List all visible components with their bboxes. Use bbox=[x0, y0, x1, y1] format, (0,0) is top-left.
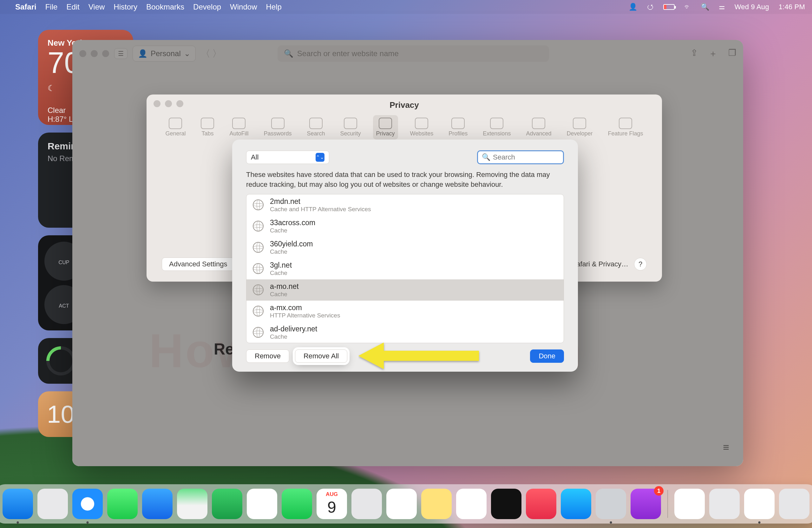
forward-button[interactable]: 〉 bbox=[212, 47, 222, 60]
settings-tab-profiles[interactable]: Profiles bbox=[445, 115, 471, 140]
menu-bar: Safari File Edit View History Bookmarks … bbox=[0, 0, 812, 14]
remove-button[interactable]: Remove bbox=[246, 350, 289, 363]
tab-icon bbox=[573, 118, 586, 129]
tab-label: AutoFill bbox=[229, 130, 248, 137]
tab-icon bbox=[379, 118, 392, 129]
filter-popup[interactable]: All ⌃⌄ bbox=[246, 151, 329, 164]
menubar-time[interactable]: 1:46 PM bbox=[779, 3, 805, 11]
settings-tab-advanced[interactable]: Advanced bbox=[523, 115, 554, 140]
dock-feedback[interactable]: 1 bbox=[630, 489, 661, 519]
dock-appstore[interactable] bbox=[561, 489, 591, 519]
dock-notes[interactable] bbox=[421, 489, 452, 519]
dock-disk-utility[interactable] bbox=[709, 489, 740, 519]
timemachine-icon[interactable]: ⭯ bbox=[647, 3, 654, 11]
address-bar[interactable]: 🔍 Search or enter website name bbox=[277, 45, 549, 62]
website-data-row[interactable]: a-mo.netCache bbox=[246, 279, 564, 300]
spotlight-icon[interactable]: 🔍 bbox=[701, 3, 709, 11]
dock-tv[interactable] bbox=[491, 489, 521, 519]
menu-file[interactable]: File bbox=[45, 2, 58, 11]
settings-tab-tabs[interactable]: Tabs bbox=[198, 115, 217, 140]
settings-tab-search[interactable]: Search bbox=[304, 115, 328, 140]
window-traffic-lights[interactable] bbox=[154, 100, 183, 107]
tab-icon bbox=[415, 118, 428, 129]
user-icon[interactable]: 👤 bbox=[629, 3, 637, 11]
settings-tab-general[interactable]: General bbox=[162, 115, 189, 140]
start-page-settings-icon[interactable]: ≡ bbox=[723, 441, 729, 454]
control-center-icon[interactable]: ⚌ bbox=[719, 3, 725, 11]
menubar-date[interactable]: Wed 9 Aug bbox=[735, 3, 769, 11]
settings-tab-privacy[interactable]: Privacy bbox=[373, 115, 398, 140]
back-button[interactable]: 〈 bbox=[201, 47, 210, 60]
dock-finder[interactable] bbox=[2, 489, 33, 519]
dock-music[interactable] bbox=[526, 489, 556, 519]
website-data-row[interactable]: a-mx.comHTTP Alternative Services bbox=[246, 300, 564, 322]
window-traffic-lights[interactable] bbox=[79, 50, 109, 57]
dock-facetime[interactable] bbox=[282, 489, 312, 519]
dock-separator bbox=[667, 490, 668, 518]
tab-label: Extensions bbox=[483, 130, 511, 137]
remove-all-button[interactable]: Remove All bbox=[295, 350, 347, 363]
menu-edit[interactable]: Edit bbox=[66, 2, 79, 11]
search-field[interactable]: 🔍 bbox=[477, 150, 564, 164]
settings-tab-feature-flags[interactable]: Feature Flags bbox=[605, 115, 647, 140]
battery-icon[interactable] bbox=[663, 4, 675, 10]
menu-help[interactable]: Help bbox=[266, 2, 281, 11]
dock-photos[interactable] bbox=[247, 489, 277, 519]
profile-button[interactable]: 👤 Personal ⌄ bbox=[133, 46, 196, 61]
menu-develop[interactable]: Develop bbox=[193, 2, 221, 11]
svg-marker-0 bbox=[359, 342, 479, 369]
search-input[interactable] bbox=[493, 153, 580, 161]
sheet-description: These websites have stored data that can… bbox=[246, 170, 564, 190]
settings-tab-passwords[interactable]: Passwords bbox=[260, 115, 295, 140]
dock-safari[interactable] bbox=[72, 489, 103, 519]
website-data-row[interactable]: 360yield.comCache bbox=[246, 237, 564, 258]
safari-toolbar: ☰ 👤 Personal ⌄ 〈 〉 🔍 Search or enter web… bbox=[72, 40, 743, 67]
advanced-settings-button[interactable]: Advanced Settings bbox=[162, 258, 234, 271]
website-data-row[interactable]: 3gl.netCache bbox=[246, 258, 564, 279]
dock-findmy[interactable] bbox=[212, 489, 242, 519]
globe-icon bbox=[253, 242, 264, 253]
menu-history[interactable]: History bbox=[114, 2, 137, 11]
share-icon[interactable]: ⇪ bbox=[691, 47, 698, 60]
dock-home[interactable] bbox=[675, 489, 705, 519]
dock-calendar[interactable]: AUG 9 bbox=[317, 489, 347, 519]
help-button[interactable]: ? bbox=[634, 258, 647, 270]
dock-trash[interactable] bbox=[779, 489, 810, 519]
website-data-row[interactable]: 33across.comCache bbox=[246, 216, 564, 237]
app-menu[interactable]: Safari bbox=[15, 2, 37, 11]
website-data-row[interactable]: 2mdn.netCache and HTTP Alternative Servi… bbox=[246, 194, 564, 216]
annotation-arrow bbox=[359, 337, 485, 381]
search-icon: 🔍 bbox=[284, 49, 293, 58]
row-detail: Cache and HTTP Alternative Services bbox=[270, 206, 371, 213]
globe-icon bbox=[253, 327, 264, 338]
dock-reminders[interactable] bbox=[386, 489, 417, 519]
tab-icon bbox=[490, 118, 503, 129]
sidebar-toggle-icon[interactable]: ☰ bbox=[114, 48, 128, 59]
chevron-down-icon: ⌄ bbox=[184, 49, 190, 58]
menu-window[interactable]: Window bbox=[230, 2, 257, 11]
profile-label: Personal bbox=[151, 49, 181, 58]
settings-tab-autofill[interactable]: AutoFill bbox=[226, 115, 251, 140]
dock-contacts[interactable] bbox=[351, 489, 382, 519]
settings-tab-extensions[interactable]: Extensions bbox=[480, 115, 514, 140]
settings-tab-websites[interactable]: Websites bbox=[407, 115, 437, 140]
dock-maps[interactable] bbox=[177, 489, 207, 519]
wifi-icon[interactable]: ᯤ bbox=[684, 3, 691, 11]
dock-messages[interactable] bbox=[107, 489, 137, 519]
dock-system-settings[interactable] bbox=[596, 489, 626, 519]
done-button[interactable]: Done bbox=[530, 350, 564, 363]
settings-tab-security[interactable]: Security bbox=[337, 115, 364, 140]
dock-mail[interactable] bbox=[142, 489, 173, 519]
settings-tab-developer[interactable]: Developer bbox=[563, 115, 596, 140]
new-tab-icon[interactable]: ＋ bbox=[709, 47, 717, 60]
menu-bookmarks[interactable]: Bookmarks bbox=[146, 2, 184, 11]
settings-title: Privacy bbox=[147, 94, 662, 110]
tab-label: General bbox=[165, 130, 186, 137]
dock-screenshot[interactable] bbox=[744, 489, 774, 519]
website-data-list[interactable]: 2mdn.netCache and HTTP Alternative Servi… bbox=[246, 194, 564, 343]
menu-view[interactable]: View bbox=[88, 2, 105, 11]
dock-freeform[interactable] bbox=[456, 489, 487, 519]
tabs-overview-icon[interactable]: ❐ bbox=[728, 47, 736, 60]
dock-launchpad[interactable] bbox=[38, 489, 68, 519]
row-detail: Cache bbox=[270, 291, 299, 298]
